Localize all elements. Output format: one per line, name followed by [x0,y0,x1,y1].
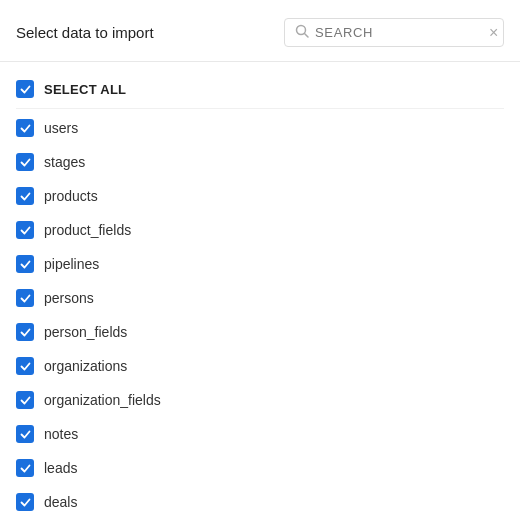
checkbox-products[interactable] [16,187,34,205]
checkbox-organizations[interactable] [16,357,34,375]
import-dialog: Select data to import × SELECT ALL users… [0,0,520,512]
checkbox-leads[interactable] [16,459,34,477]
item-label-leads: leads [44,460,77,476]
item-label-products: products [44,188,98,204]
checkbox-person_fields[interactable] [16,323,34,341]
item-label-organization_fields: organization_fields [44,392,161,408]
list-item[interactable]: leads [16,451,504,485]
item-label-select-all: SELECT ALL [44,82,126,97]
item-label-persons: persons [44,290,94,306]
item-label-notes: notes [44,426,78,442]
divider [16,108,504,109]
list-item[interactable]: stages [16,145,504,179]
item-label-stages: stages [44,154,85,170]
checkbox-product_fields[interactable] [16,221,34,239]
list-item[interactable]: deals [16,485,504,512]
checkbox-select-all[interactable] [16,80,34,98]
svg-line-1 [305,34,309,38]
list-item[interactable]: product_fields [16,213,504,247]
item-label-users: users [44,120,78,136]
list-item[interactable]: users [16,111,504,145]
item-label-organizations: organizations [44,358,127,374]
checkbox-persons[interactable] [16,289,34,307]
search-input[interactable] [315,25,483,40]
list-item[interactable]: pipelines [16,247,504,281]
list-item[interactable]: persons [16,281,504,315]
list-item[interactable]: SELECT ALL [16,72,504,106]
list-item[interactable]: organization_fields [16,383,504,417]
search-icon [295,24,309,41]
item-label-product_fields: product_fields [44,222,131,238]
list-item[interactable]: products [16,179,504,213]
list-item[interactable]: organizations [16,349,504,383]
checkbox-organization_fields[interactable] [16,391,34,409]
search-box[interactable]: × [284,18,504,47]
search-clear-button[interactable]: × [489,25,498,41]
checkbox-pipelines[interactable] [16,255,34,273]
list-item[interactable]: notes [16,417,504,451]
dialog-title: Select data to import [16,24,154,41]
dialog-header: Select data to import × [0,0,520,62]
list-item[interactable]: person_fields [16,315,504,349]
checkbox-stages[interactable] [16,153,34,171]
item-label-pipelines: pipelines [44,256,99,272]
checkbox-users[interactable] [16,119,34,137]
item-label-deals: deals [44,494,77,510]
checkbox-deals[interactable] [16,493,34,511]
item-label-person_fields: person_fields [44,324,127,340]
items-list: SELECT ALL users stages products product… [0,62,520,512]
checkbox-notes[interactable] [16,425,34,443]
